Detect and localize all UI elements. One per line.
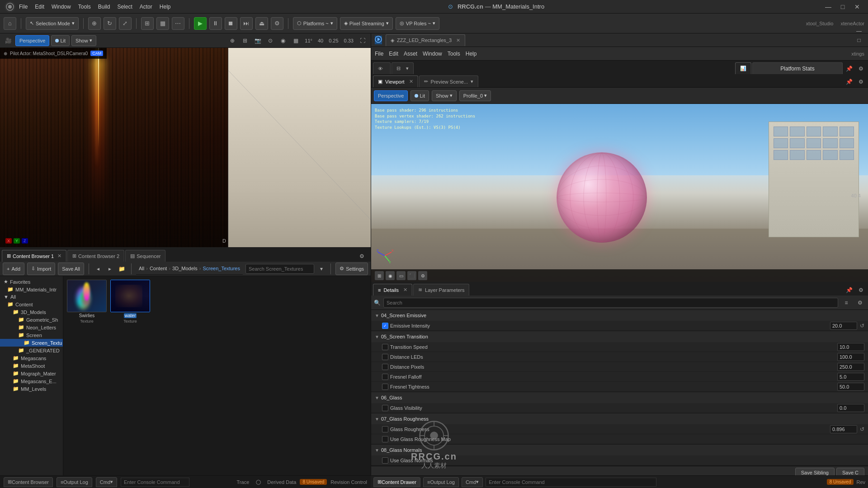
grid-btn[interactable]: ▦ bbox=[156, 17, 169, 30]
viewport-tab[interactable]: ▣ Viewport ✕ bbox=[373, 75, 418, 87]
breadcrumb-screen-textures[interactable]: Screen_Textures bbox=[203, 266, 240, 271]
rp-tab-options[interactable]: ⚙ bbox=[855, 63, 866, 74]
tree-content[interactable]: 📁 Content bbox=[0, 300, 63, 308]
preview-scene-tab[interactable]: ✏ Preview Scene... ▾ bbox=[419, 75, 479, 87]
tree-mm-levels[interactable]: 📁 MM_Levels bbox=[0, 385, 63, 393]
cb-folder-icon[interactable]: 📁 bbox=[118, 263, 127, 274]
rp-tab-close[interactable]: ✕ bbox=[456, 38, 460, 43]
tree-geometric[interactable]: 📁 Geometric_Sh bbox=[0, 316, 63, 324]
close-btn[interactable]: ✕ bbox=[851, 2, 863, 11]
distance-pixels-val[interactable]: 250.0 bbox=[837, 363, 864, 371]
layer-params-tab[interactable]: ≋ Layer Parameters bbox=[413, 284, 469, 296]
rp-show-inactive-btn[interactable]: 👁 bbox=[373, 62, 391, 74]
rp-menu-asset[interactable]: Asset bbox=[404, 51, 417, 57]
glass-roughness-header[interactable]: ▼ 07_Glass Roughness bbox=[371, 413, 868, 424]
rp-show-btn[interactable]: Show ▾ bbox=[432, 90, 457, 101]
rp-menu-edit[interactable]: Edit bbox=[389, 51, 398, 57]
viewport-pin[interactable]: 📌 bbox=[844, 76, 854, 87]
console-input2[interactable] bbox=[486, 478, 656, 487]
use-glass-normals-cb[interactable] bbox=[382, 457, 388, 464]
pause-btn[interactable]: ⏸ bbox=[209, 17, 222, 30]
show-btn[interactable]: Show ▾ bbox=[71, 35, 96, 46]
glass-normals-header[interactable]: ▼ 08_Glass Normals bbox=[371, 445, 868, 455]
rp-hierarchy-btn[interactable]: ⊟ ▾ bbox=[392, 62, 414, 74]
lit-btn[interactable]: Lit bbox=[51, 35, 70, 46]
toggle-icon[interactable]: ⊙ bbox=[265, 35, 276, 46]
play-btn[interactable]: ▶ bbox=[194, 17, 207, 30]
rp-perspective-btn[interactable]: Perspective bbox=[374, 90, 408, 101]
details-menu[interactable]: ⚙ bbox=[855, 285, 866, 296]
tree-all[interactable]: ▼ All bbox=[0, 293, 63, 300]
cmd-tab2[interactable]: Cmd ▾ bbox=[462, 477, 483, 487]
cb-forward-icon[interactable]: ▸ bbox=[105, 263, 114, 274]
left-viewport-canvas[interactable] bbox=[0, 48, 228, 247]
snap-btn[interactable]: ⊞ bbox=[141, 17, 154, 30]
distance-leds-cb[interactable] bbox=[382, 354, 388, 360]
cb-tab-1[interactable]: ⊞ Content Browser 1 ✕ bbox=[2, 250, 66, 262]
details-tab[interactable]: ≡ Details ✕ bbox=[373, 284, 412, 296]
breadcrumb-all[interactable]: All bbox=[139, 266, 144, 271]
transition-speed-val[interactable]: 10.0 bbox=[837, 343, 864, 351]
glass-visibility-cb[interactable] bbox=[382, 405, 388, 411]
cb-filter-icon[interactable]: ▾ bbox=[317, 263, 326, 274]
sphere-view-icon[interactable]: ◉ bbox=[386, 271, 395, 280]
maximize-btn[interactable]: □ bbox=[836, 2, 849, 11]
glass-header[interactable]: ▼ 06_Glass bbox=[371, 392, 868, 403]
overlay-icon[interactable]: ▦ bbox=[290, 35, 301, 46]
rp-3d-viewport[interactable]: Base pass shader: 296 instructions Base … bbox=[371, 104, 868, 282]
cb-back-icon[interactable]: ◂ bbox=[94, 263, 103, 274]
menu-window[interactable]: Window bbox=[52, 4, 71, 10]
plane-icon[interactable]: ▭ bbox=[396, 271, 406, 280]
rp-max-btn[interactable]: □ bbox=[854, 36, 864, 45]
platform-stats-header-tab[interactable]: Platform Stats bbox=[752, 62, 843, 74]
rp-profile-btn[interactable]: Profile_0 ▾ bbox=[459, 90, 491, 101]
menu-build[interactable]: Build bbox=[98, 4, 110, 10]
tree-neon[interactable]: 📁 Neon_Letters bbox=[0, 324, 63, 331]
menu-tools[interactable]: Tools bbox=[78, 4, 91, 10]
glass-visibility-val[interactable]: 0.0 bbox=[837, 404, 864, 412]
selection-mode-btn[interactable]: ↖ Selection Mode ▾ bbox=[26, 17, 79, 30]
rp-tab-pin[interactable]: 📌 bbox=[844, 63, 854, 74]
cb-settings-icon[interactable]: ⚙ bbox=[356, 251, 367, 262]
rp-menu-window[interactable]: Window bbox=[423, 51, 442, 57]
menu-file[interactable]: File bbox=[19, 4, 28, 10]
tree-megascans-e[interactable]: 📁 Megascans_E... bbox=[0, 377, 63, 385]
tree-3d-models[interactable]: 📁 3D_Models bbox=[0, 308, 63, 316]
platform-stats-tab[interactable]: 📊 bbox=[735, 62, 751, 74]
content-drawer-tab[interactable]: ⊞ Content Drawer bbox=[373, 477, 420, 487]
rev-control-btn[interactable]: Rev bbox=[856, 479, 865, 485]
tree-megascans[interactable]: 📁 Megascans bbox=[0, 354, 63, 362]
asset-swirls[interactable]: Swirlies Texture bbox=[67, 280, 107, 324]
rp-menu-tools[interactable]: Tools bbox=[448, 51, 460, 57]
details-pin[interactable]: 📌 bbox=[844, 285, 854, 296]
menu-edit[interactable]: Edit bbox=[35, 4, 44, 10]
transform-btn[interactable]: ⊕ bbox=[88, 17, 101, 30]
glass-roughness-val[interactable]: 0.896 bbox=[830, 425, 857, 433]
vp-roles-btn[interactable]: ◎ VP Roles ~ ▾ bbox=[396, 17, 439, 30]
more-btn[interactable]: ⋯ bbox=[172, 17, 184, 30]
rotate-btn[interactable]: ↻ bbox=[104, 17, 116, 30]
fresnel-falloff-cb[interactable] bbox=[382, 374, 388, 380]
tree-metashoot[interactable]: 📁 MetaShoot bbox=[0, 362, 63, 370]
window-controls[interactable]: — □ ✕ bbox=[822, 2, 863, 11]
menu-help[interactable]: Help bbox=[160, 4, 171, 10]
minimize-btn[interactable]: — bbox=[822, 2, 835, 11]
use-glass-roughness-cb[interactable] bbox=[382, 436, 388, 442]
fresnel-tightness-cb[interactable] bbox=[382, 384, 388, 390]
screen-transition-header[interactable]: ▼ 05_Screen Transition bbox=[371, 331, 868, 342]
tree-screen[interactable]: 📁 Screen bbox=[0, 331, 63, 339]
menu-actor[interactable]: Actor bbox=[140, 4, 152, 10]
sequencer-tab[interactable]: ▤ Sequencer bbox=[125, 250, 165, 262]
details-options-icon[interactable]: ⚙ bbox=[854, 297, 865, 308]
fresnel-falloff-val[interactable]: 5.0 bbox=[837, 373, 864, 381]
tree-screen-textures[interactable]: 📁 Screen_Textu bbox=[0, 339, 63, 347]
viewport-area[interactable]: ⊕ Pilot Actor: MetaShoot_DSLRCamera0 CAM bbox=[0, 48, 371, 247]
rp-file-tab[interactable]: ◈ ZZZ_LED_Rectangles_3 ✕ bbox=[386, 34, 465, 46]
eject-btn[interactable]: ⏏ bbox=[255, 17, 268, 30]
move-icon[interactable]: ⊕ bbox=[227, 35, 238, 46]
settings-view-icon[interactable]: ⚙ bbox=[418, 271, 427, 280]
pixel-streaming-btn[interactable]: ◈ Pixel Streaming ▾ bbox=[340, 17, 393, 30]
rp-menu-file[interactable]: File bbox=[375, 51, 383, 57]
distance-pixels-cb[interactable] bbox=[382, 364, 388, 370]
sphere-icon[interactable]: ◉ bbox=[278, 35, 288, 46]
